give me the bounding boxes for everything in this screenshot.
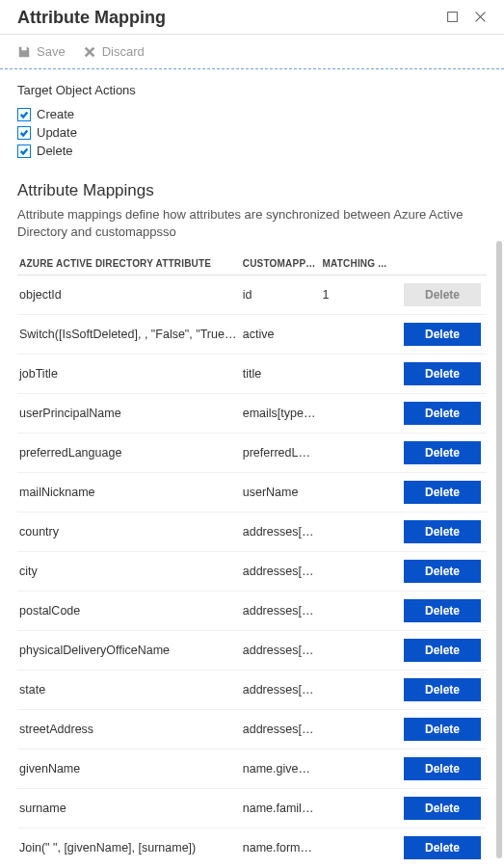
cell-matching	[323, 513, 393, 552]
table-row[interactable]: Switch([IsSoftDeleted], , "False", "True…	[17, 315, 487, 355]
table-row[interactable]: mailNicknameuserNameDelete	[17, 473, 487, 513]
cell-delete: Delete	[393, 671, 487, 710]
cell-custom: preferredLan...	[243, 434, 323, 473]
checkbox-create[interactable]	[17, 108, 31, 121]
cell-delete: Delete	[393, 829, 487, 862]
checkbox-delete[interactable]	[17, 145, 31, 158]
cell-custom: name.givenN...	[243, 750, 323, 789]
cell-aad: givenName	[17, 750, 243, 789]
table-row[interactable]: cityaddresses[ty...Delete	[17, 552, 487, 592]
cell-matching	[323, 631, 393, 671]
svg-rect-0	[448, 12, 458, 21]
table-row[interactable]: streetAddressaddresses[ty...Delete	[17, 710, 487, 750]
cell-aad: state	[17, 671, 243, 710]
table-body: objectIdid1DeleteSwitch([IsSoftDeleted],…	[17, 276, 487, 862]
cell-delete: Delete	[393, 394, 487, 434]
discard-button[interactable]: Discard	[83, 44, 145, 59]
save-icon	[17, 45, 31, 59]
cell-delete: Delete	[393, 513, 487, 552]
cell-matching	[323, 394, 393, 434]
delete-button[interactable]: Delete	[404, 441, 481, 464]
table-row[interactable]: physicalDeliveryOfficeNameaddresses[ty..…	[17, 631, 487, 671]
cell-aad: mailNickname	[17, 473, 243, 513]
cell-matching	[323, 315, 393, 355]
table-row[interactable]: userPrincipalNameemails[type e...Delete	[17, 394, 487, 434]
cell-delete: Delete	[393, 355, 487, 394]
cell-custom: title	[243, 355, 323, 394]
delete-button[interactable]: Delete	[404, 639, 481, 662]
cell-custom: addresses[ty...	[243, 710, 323, 750]
col-header-delete	[393, 252, 487, 276]
cell-delete: Delete	[393, 473, 487, 513]
mappings-table: AZURE ACTIVE DIRECTORY ATTRIBUTE CUSTOMA…	[17, 252, 487, 862]
checkbox-label: Update	[37, 125, 77, 140]
mappings-description: Attribute mappings define how attributes…	[17, 206, 487, 241]
close-icon[interactable]	[474, 11, 487, 26]
delete-button[interactable]: Delete	[404, 402, 481, 425]
discard-label: Discard	[102, 44, 145, 59]
cell-matching	[323, 789, 393, 829]
cell-custom: addresses[ty...	[243, 592, 323, 631]
table-row[interactable]: postalCodeaddresses[ty...Delete	[17, 592, 487, 631]
cell-matching	[323, 671, 393, 710]
cell-custom: userName	[243, 473, 323, 513]
cell-aad: postalCode	[17, 592, 243, 631]
cell-aad: streetAddress	[17, 710, 243, 750]
table-row[interactable]: Join(" ", [givenName], [surname])name.fo…	[17, 829, 487, 862]
cell-aad: city	[17, 552, 243, 592]
col-header-aad[interactable]: AZURE ACTIVE DIRECTORY ATTRIBUTE	[17, 252, 243, 276]
checkbox-update[interactable]	[17, 126, 31, 140]
save-label: Save	[37, 44, 66, 59]
delete-button[interactable]: Delete	[404, 678, 481, 701]
cell-aad: jobTitle	[17, 355, 243, 394]
delete-button[interactable]: Delete	[404, 757, 481, 780]
cell-delete: Delete	[393, 710, 487, 750]
target-action-delete: Delete	[17, 144, 487, 158]
cell-aad: userPrincipalName	[17, 394, 243, 434]
cell-matching	[323, 750, 393, 789]
pin-icon[interactable]	[446, 11, 459, 26]
target-actions-heading: Target Object Actions	[17, 83, 487, 97]
cell-aad: surname	[17, 789, 243, 829]
col-header-custom[interactable]: CUSTOMAPPS...	[243, 252, 323, 276]
toolbar: Save Discard	[0, 39, 504, 68]
cell-delete: Delete	[393, 276, 487, 315]
mappings-heading: Attribute Mappings	[17, 181, 487, 200]
cell-aad: objectId	[17, 276, 243, 315]
scrollbar[interactable]	[496, 241, 502, 858]
cell-delete: Delete	[393, 631, 487, 671]
cell-custom: emails[type e...	[243, 394, 323, 434]
cell-matching	[323, 592, 393, 631]
delete-button[interactable]: Delete	[404, 797, 481, 820]
cell-custom: active	[243, 315, 323, 355]
discard-icon	[83, 45, 96, 59]
cell-custom: id	[243, 276, 323, 315]
cell-custom: name.formatt...	[243, 829, 323, 862]
target-action-create: Create	[17, 107, 487, 121]
save-button[interactable]: Save	[17, 44, 66, 59]
header-actions	[446, 11, 487, 26]
cell-matching	[323, 552, 393, 592]
delete-button[interactable]: Delete	[404, 836, 481, 859]
table-row[interactable]: surnamename.family...Delete	[17, 789, 487, 829]
checkbox-label: Create	[37, 107, 74, 121]
table-row[interactable]: preferredLanguagepreferredLan...Delete	[17, 434, 487, 473]
delete-button[interactable]: Delete	[404, 599, 481, 622]
table-row[interactable]: countryaddresses[ty...Delete	[17, 513, 487, 552]
table-row[interactable]: stateaddresses[ty...Delete	[17, 671, 487, 710]
cell-custom: addresses[ty...	[243, 671, 323, 710]
table-row[interactable]: jobTitletitleDelete	[17, 355, 487, 394]
cell-delete: Delete	[393, 750, 487, 789]
delete-button[interactable]: Delete	[404, 560, 481, 583]
table-row[interactable]: givenNamename.givenN...Delete	[17, 750, 487, 789]
table-row[interactable]: objectIdid1Delete	[17, 276, 487, 315]
cell-matching	[323, 710, 393, 750]
checkbox-label: Delete	[37, 144, 73, 158]
col-header-matching[interactable]: MATCHING ...	[323, 252, 393, 276]
delete-button[interactable]: Delete	[404, 323, 481, 346]
cell-aad: preferredLanguage	[17, 434, 243, 473]
delete-button[interactable]: Delete	[404, 362, 481, 385]
delete-button[interactable]: Delete	[404, 481, 481, 504]
delete-button[interactable]: Delete	[404, 718, 481, 741]
delete-button[interactable]: Delete	[404, 520, 481, 543]
